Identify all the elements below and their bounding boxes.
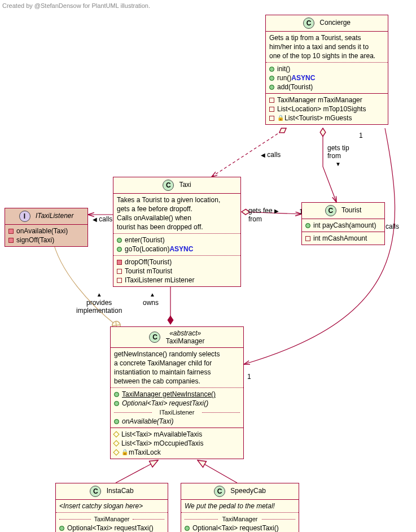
class-instacab: C InstaCab <Insert catchy slogan here> T… bbox=[55, 483, 168, 532]
class-tourist-methods: int payCash(amount) bbox=[302, 219, 384, 232]
class-taximanager-fields: List<Taxi> mAvailableTaxis List<Taxi> mO… bbox=[111, 428, 243, 459]
class-concierge-name: Concierge bbox=[319, 19, 351, 27]
edge-label-calls-1: ◀ calls bbox=[261, 151, 281, 159]
class-tourist-name: Tourist bbox=[341, 206, 361, 214]
diagram-caption: Created by @StefanDensow for PlantUML il… bbox=[2, 2, 150, 9]
class-tourist-fields: int mCashAmount bbox=[302, 232, 384, 245]
class-stereotype-icon: C bbox=[303, 18, 314, 29]
class-concierge-header: C Concierge bbox=[266, 15, 388, 32]
class-stereotype-icon: C bbox=[214, 486, 225, 497]
interface-header: I ITaxiListener bbox=[5, 208, 87, 225]
edge-label-owns: ▲ owns bbox=[143, 290, 159, 307]
class-tourist-header: C Tourist bbox=[302, 203, 384, 219]
class-speedycab-methods: TaxiManager Optional<Taxi> requestTaxi()… bbox=[181, 512, 299, 532]
edge-label-gets-tip: gets tip from ▼ bbox=[327, 144, 349, 168]
edge-label-provides: ▲ provides implementation bbox=[76, 290, 122, 315]
edge-mult-1a: 1 bbox=[359, 132, 363, 139]
interface-stereotype-icon: I bbox=[19, 211, 30, 222]
class-speedycab-name: SpeedyCab bbox=[230, 487, 266, 495]
class-tourist: C Tourist int payCash(amount) int mCashA… bbox=[301, 202, 385, 245]
abstract-label: «abstract» bbox=[169, 329, 201, 337]
class-instacab-name: InstaCab bbox=[107, 487, 134, 495]
class-instacab-header: C InstaCab bbox=[56, 483, 168, 500]
class-instacab-desc: <Insert catchy slogan here> bbox=[56, 500, 168, 512]
edge-label-calls-3: calls bbox=[386, 223, 399, 230]
class-taxi-privates: dropOff(Tourist) Tourist mTourist ITaxiL… bbox=[113, 255, 240, 286]
class-taxi-methods: enter(Tourist) goTo(Location) ASYNC bbox=[113, 233, 240, 255]
class-taxi: C Taxi Takes a Tourist to a given locati… bbox=[113, 177, 241, 287]
class-speedycab-desc: We put the pedal to the metal! bbox=[181, 500, 299, 512]
class-instacab-methods: TaxiManager Optional<Taxi> requestTaxi()… bbox=[56, 512, 168, 532]
class-taxi-header: C Taxi bbox=[113, 177, 240, 194]
edge-label-gets-fee: gets fee ▶ from bbox=[248, 207, 279, 223]
class-taximanager-desc: getNewInstance() randomly selects a conc… bbox=[111, 348, 243, 387]
class-stereotype-icon: C bbox=[149, 332, 160, 343]
class-speedycab-header: C SpeedyCab bbox=[181, 483, 299, 500]
class-concierge-desc: Gets a tip from a Tourist, seats him/her… bbox=[266, 32, 388, 62]
class-concierge-fields: TaxiManager mTaxiManager List<Location> … bbox=[266, 93, 388, 124]
class-taxi-desc: Takes a Tourist to a given location, get… bbox=[113, 194, 240, 233]
class-taximanager-methods: TaxiManager getNewInstance() Optional<Ta… bbox=[111, 387, 243, 428]
class-taxi-name: Taxi bbox=[179, 181, 191, 189]
class-taximanager-name: TaxiManager bbox=[166, 337, 205, 345]
class-concierge-methods: init() run() ASYNC add(Tourist) bbox=[266, 62, 388, 93]
edge-label-calls-2: ◀ calls bbox=[93, 215, 112, 224]
edge-mult-1c: 1 bbox=[247, 373, 251, 381]
interface-name: ITaxiListener bbox=[36, 212, 74, 220]
class-taximanager: C «abstract» TaxiManager getNewInstance(… bbox=[110, 326, 244, 459]
class-stereotype-icon: C bbox=[325, 205, 336, 216]
class-stereotype-icon: C bbox=[163, 180, 174, 191]
class-speedycab: C SpeedyCab We put the pedal to the meta… bbox=[181, 483, 299, 532]
interface-itaxilistener: I ITaxiListener onAvailable(Taxi) signOf… bbox=[5, 208, 88, 247]
interface-methods: onAvailable(Taxi) signOff(Taxi) bbox=[5, 225, 87, 246]
class-stereotype-icon: C bbox=[90, 486, 101, 497]
class-concierge: C Concierge Gets a tip from a Tourist, s… bbox=[265, 15, 388, 125]
class-taximanager-header: C «abstract» TaxiManager bbox=[111, 327, 243, 348]
